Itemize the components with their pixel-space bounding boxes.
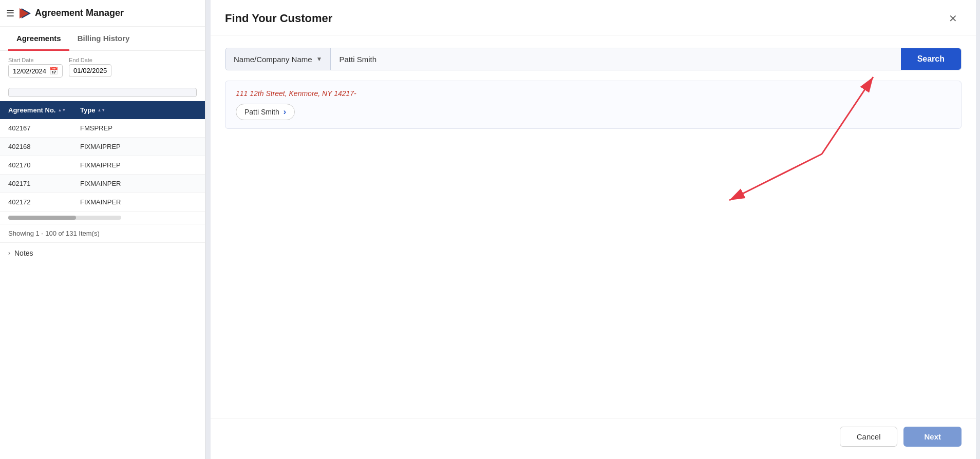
search-button[interactable]: Search (901, 48, 961, 70)
cancel-button[interactable]: Cancel (840, 427, 898, 447)
cell-type: FIXMAIPREP (80, 143, 197, 150)
cell-agreement: 402172 (8, 198, 80, 206)
cell-agreement: 402167 (8, 124, 80, 132)
next-button[interactable]: Next (903, 427, 962, 447)
end-date-label: End Date (69, 57, 111, 63)
table-row[interactable]: 402167 FMSPREP (0, 119, 205, 138)
filters-row: Start Date 12/02/2024 📅 End Date 01/02/2… (0, 51, 205, 84)
tab-agreements[interactable]: Agreements (8, 27, 69, 50)
notes-label: Notes (14, 249, 33, 257)
calendar-icon: 📅 (49, 67, 58, 75)
hamburger-icon[interactable]: ☰ (6, 8, 14, 19)
svg-line-3 (729, 154, 822, 200)
customer-result-button[interactable]: Patti Smith › (236, 104, 295, 120)
sort-arrows-agreement: ▲▼ (58, 108, 66, 112)
bg-search-input[interactable] (8, 88, 197, 97)
customer-name-label: Patti Smith (244, 108, 279, 116)
app-logo: Agreement Manager (20, 8, 124, 18)
app-header: ☰ Agreement Manager (0, 0, 205, 27)
start-date-input[interactable]: 12/02/2024 📅 (8, 64, 63, 78)
start-date-label: Start Date (8, 57, 63, 63)
table-row[interactable]: 402172 FIXMAINPER (0, 193, 205, 212)
sort-arrows-type: ▲▼ (97, 108, 105, 112)
customer-search-row: Name/Company Name ▼ Search (225, 48, 962, 70)
cell-type: FIXMAINPER (80, 198, 197, 206)
scrollbar-track[interactable] (8, 216, 121, 220)
scrollbar-row (0, 212, 205, 224)
end-date-value: 01/02/2025 (73, 67, 107, 74)
customer-search-input[interactable] (331, 48, 900, 70)
showing-text: Showing 1 - 100 of 131 Item(s) (0, 224, 205, 242)
table-row[interactable]: 402171 FIXMAINPER (0, 175, 205, 193)
notes-row[interactable]: › Notes (0, 242, 205, 263)
table-row[interactable]: 402168 FIXMAIPREP (0, 138, 205, 156)
table-header: Agreement No. ▲▼ Type ▲▼ (0, 101, 205, 119)
modal-header: Find Your Customer ✕ (211, 0, 976, 35)
col-agreement-header[interactable]: Agreement No. ▲▼ (8, 106, 80, 114)
table-row[interactable]: 402170 FIXMAIPREP (0, 156, 205, 175)
chevron-down-icon: ▼ (316, 55, 323, 63)
search-type-label: Name/Company Name (234, 55, 312, 64)
modal-footer: Cancel Next (211, 418, 976, 459)
tab-billing-history[interactable]: Billing History (69, 27, 138, 50)
cell-type: FIXMAINPER (80, 180, 197, 187)
search-results-area: 111 12th Street, Kenmore, NY 14217- Patt… (225, 81, 962, 129)
result-address: 111 12th Street, Kenmore, NY 14217- (236, 89, 951, 98)
bg-search-bar (0, 84, 205, 101)
end-date-input[interactable]: 01/02/2025 (69, 64, 111, 77)
col-type-header[interactable]: Type ▲▼ (80, 106, 197, 114)
cell-agreement: 402168 (8, 143, 80, 150)
table-body: 402167 FMSPREP 402168 FIXMAIPREP 402170 … (0, 119, 205, 212)
scrollbar-thumb[interactable] (8, 216, 76, 220)
tabs-bar: Agreements Billing History (0, 27, 205, 51)
cell-agreement: 402171 (8, 180, 80, 187)
cell-type: FMSPREP (80, 124, 197, 132)
search-type-dropdown[interactable]: Name/Company Name ▼ (225, 48, 331, 70)
close-button[interactable]: ✕ (945, 10, 962, 27)
chevron-right-icon: › (8, 250, 10, 257)
chevron-right-blue-icon: › (284, 107, 286, 117)
modal-body: Name/Company Name ▼ Search 111 12th Stre… (211, 35, 976, 418)
modal-title: Find Your Customer (225, 12, 332, 25)
app-title: Agreement Manager (35, 8, 124, 18)
find-customer-modal: Find Your Customer ✕ Name/Company Name ▼… (211, 0, 976, 459)
start-date-value: 12/02/2024 (13, 67, 46, 75)
cell-agreement: 402170 (8, 161, 80, 169)
cell-type: FIXMAIPREP (80, 161, 197, 169)
